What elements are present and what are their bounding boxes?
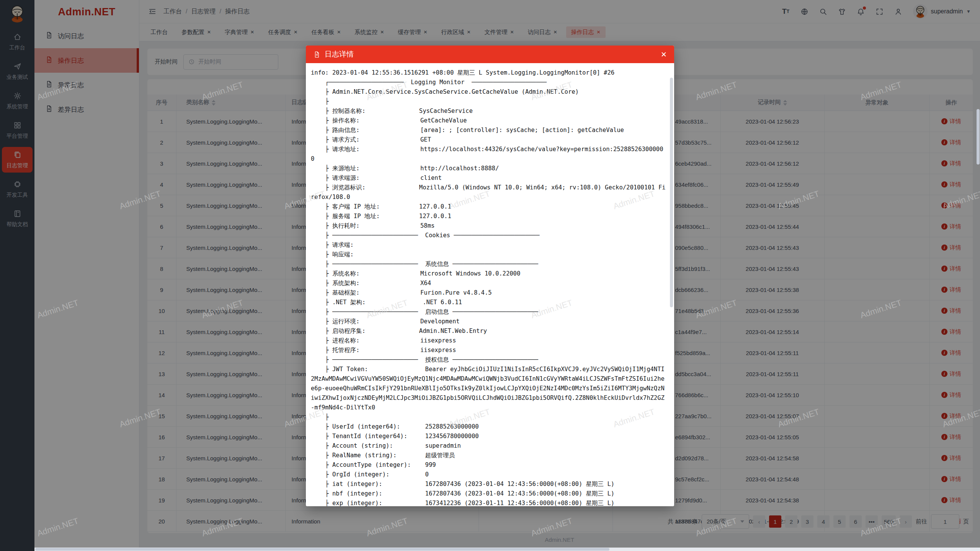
dialog-body: info: 2023-01-04 12:55:36.1516291 +08:00… [306,63,674,506]
dialog-scrollbar-thumb[interactable] [670,78,673,307]
horizontal-scrollbar[interactable] [34,548,980,551]
close-icon[interactable]: ✕ [661,51,667,58]
horizontal-scrollbar-thumb[interactable] [35,548,609,551]
dialog-title: 日志详情 [325,49,354,59]
dialog-header: 日志详情 ✕ [306,46,674,63]
document-icon [313,51,320,58]
app-root: 工作台 业务测试 系统管理 平台管理 日志管理 开发工具 帮助文档 Admin.… [0,0,980,551]
log-text: info: 2023-01-04 12:55:36.1516291 +08:00… [306,63,674,506]
vertical-scrollbar-thumb[interactable] [977,109,980,165]
log-detail-dialog: 日志详情 ✕ info: 2023-01-04 12:55:36.1516291… [306,46,674,506]
